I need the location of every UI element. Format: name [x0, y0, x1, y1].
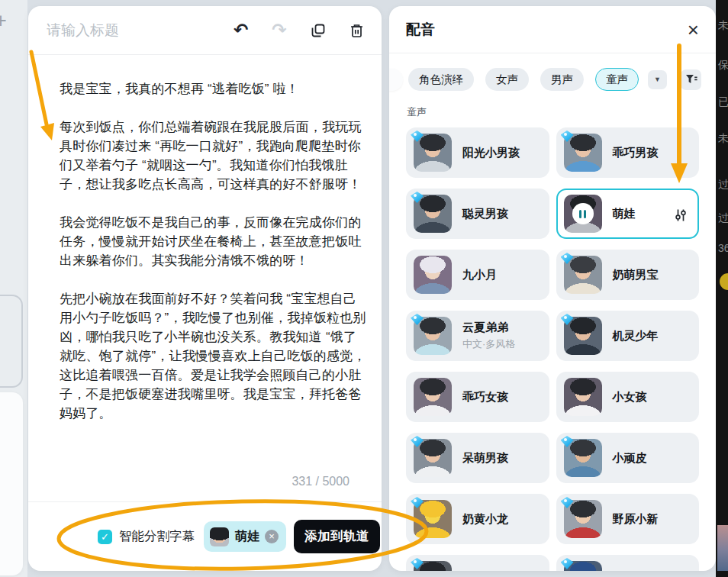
vip-diamond-icon [561, 558, 574, 569]
voice-card[interactable] [406, 555, 549, 571]
close-icon[interactable]: × [688, 20, 699, 40]
background-outline-box [0, 295, 23, 388]
text-paragraph: 先把小碗放在我面前好不好？笑着问我 “宝宝想自己用小勺子吃饭吗？”，我吃慢了也别… [60, 289, 368, 423]
char-counter: 331 / 5000 [292, 475, 350, 488]
vip-diamond-icon [561, 436, 574, 447]
voice-avatar [414, 134, 452, 172]
voice-avatar [414, 317, 452, 355]
panel-title: 配音 [406, 20, 435, 40]
voice-card-聪灵男孩[interactable]: 聪灵男孩 [406, 189, 549, 239]
voice-avatar [564, 134, 602, 172]
voice-name: 聪灵男孩 [462, 207, 508, 221]
background-white-card [0, 392, 23, 575]
voice-avatar [414, 256, 452, 294]
chevron-down-icon: ▼ [654, 76, 661, 83]
voice-card-萌娃[interactable]: 萌娃 [556, 189, 700, 239]
title-input[interactable] [47, 22, 234, 39]
add-icon[interactable]: + [0, 9, 7, 33]
voice-name: 小女孩 [613, 390, 647, 405]
editor-bottombar: ✓ 智能分割字幕 萌娃 × 添加到轨道 [28, 501, 382, 571]
add-to-track-button[interactable]: 添加到轨道 [294, 520, 380, 553]
vip-diamond-icon [411, 558, 424, 569]
background-right-strip: 未保已未过过36 [716, 0, 728, 577]
voice-card-乖巧女孩[interactable]: 乖巧女孩 [406, 372, 549, 422]
background-cutoff-label: 36 [718, 242, 728, 254]
chip-avatar [210, 527, 229, 546]
dubbing-panel: 配音 × 角色演绎女声男声童声 ▼ 童声 阳光小男孩 [389, 6, 716, 571]
background-cutoff-label: 已 [718, 95, 728, 109]
voice-avatar [414, 195, 452, 233]
voice-name: 奶黄小龙 [462, 512, 508, 527]
vip-diamond-icon [411, 314, 424, 325]
background-cutoff-label: 未 [718, 19, 728, 33]
voice-avatar [564, 256, 602, 294]
voice-subtitle: 中文·多风格 [462, 337, 515, 351]
voice-text-content[interactable]: 我是宝宝，我真的不想再 “逃着吃饭” 啦！每次到饭点，你们总端着碗跟在我屁股后面… [60, 55, 368, 442]
voice-card-机灵少年[interactable]: 机灵少年 [556, 311, 700, 361]
vip-diamond-icon [561, 131, 574, 142]
smart-split-label: 智能分割字幕 [119, 528, 195, 545]
voice-name: 乖巧男孩 [613, 146, 659, 160]
text-paragraph: 每次到饭点，你们总端着碗跟在我屁股后面，我玩玩具时你们凑过来 “再吃一口就好”，… [60, 118, 368, 194]
voice-name: 九小月 [462, 268, 497, 282]
filter-row: 角色演绎女声男声童声 ▼ [389, 67, 716, 92]
voice-card-乖巧男孩[interactable]: 乖巧男孩 [556, 127, 700, 178]
voice-name: 小顽皮 [613, 451, 647, 466]
voice-card-阳光小男孩[interactable]: 阳光小男孩 [406, 127, 549, 178]
funnel-icon [685, 74, 697, 85]
voice-avatar [564, 500, 602, 538]
selected-voice-chip[interactable]: 萌娃 × [204, 521, 286, 552]
voice-card-小顽皮[interactable]: 小顽皮 [556, 433, 700, 483]
voice-name: 云夏弟弟 [462, 321, 515, 335]
background-yellow-avatar [720, 273, 728, 290]
voice-avatar [564, 378, 602, 416]
text-paragraph: 我会觉得吃饭不是我自己的事，反而像在完成你们的任务，慢慢就开始讨厌坐在餐椅上，甚… [60, 213, 368, 270]
vip-diamond-icon [561, 314, 574, 325]
vip-diamond-icon [411, 131, 424, 142]
voice-card-野原小新[interactable]: 野原小新 [556, 494, 700, 544]
filter-pill-男声[interactable]: 男声 [540, 68, 584, 91]
voice-name: 机灵少年 [613, 329, 659, 343]
filter-more-button[interactable]: ▼ [648, 70, 667, 89]
duplicate-icon[interactable] [311, 21, 326, 40]
filter-funnel-button[interactable] [681, 69, 701, 90]
voice-card-九小月[interactable]: 九小月 [406, 250, 549, 300]
voice-name: 野原小新 [613, 512, 659, 527]
voice-card-奶黄小龙[interactable]: 奶黄小龙 [406, 494, 549, 544]
voice-name: 奶萌男宝 [613, 268, 659, 282]
filter-pill-女声[interactable]: 女声 [485, 68, 529, 91]
voice-settings-icon[interactable] [674, 208, 688, 222]
vip-diamond-icon [411, 192, 424, 203]
background-left-sidebar: + [0, 0, 27, 577]
voice-card-奶萌男宝[interactable]: 奶萌男宝 [556, 250, 700, 300]
vip-diamond-icon [411, 497, 424, 508]
background-cutoff-label: 过 [718, 211, 728, 225]
voice-avatar [414, 561, 452, 571]
text-paragraph: 我是宝宝，我真的不想再 “逃着吃饭” 啦！ [60, 79, 368, 98]
voice-grid: 阳光小男孩 乖巧男孩 [406, 127, 699, 571]
voice-card-云夏弟弟[interactable]: 云夏弟弟 中文·多风格 [406, 311, 549, 361]
section-label: 童声 [407, 105, 427, 119]
vip-diamond-icon [561, 497, 574, 508]
background-cutoff-label: 未 [718, 132, 728, 146]
background-cutoff-label: 过 [718, 178, 728, 192]
pause-icon[interactable] [572, 203, 594, 224]
filter-pill-角色演绎[interactable]: 角色演绎 [408, 68, 474, 91]
delete-icon[interactable] [350, 21, 364, 40]
voice-name: 阳光小男孩 [462, 146, 520, 160]
voice-card-小女孩[interactable]: 小女孩 [556, 372, 700, 422]
chip-remove-icon[interactable]: × [265, 530, 279, 543]
redo-icon[interactable]: ↷ [272, 21, 286, 40]
voice-card-呆萌男孩[interactable]: 呆萌男孩 [406, 433, 549, 483]
voice-avatar [564, 439, 602, 477]
voice-text-editor-panel: ↶ ↷ 我是宝宝，我真的不想再 “逃着吃饭” 啦！每次到饭点，你们总端着碗跟在我… [28, 6, 382, 571]
voice-card[interactable] [556, 555, 700, 571]
undo-icon[interactable]: ↶ [234, 21, 248, 40]
voice-name: 萌娃 [613, 207, 636, 221]
voice-avatar [414, 500, 452, 538]
voice-avatar [414, 439, 452, 477]
vip-diamond-icon [561, 253, 574, 264]
filter-pill-童声[interactable]: 童声 [595, 68, 639, 91]
smart-split-checkbox[interactable]: ✓ [98, 530, 112, 544]
dubbing-header: 配音 × [389, 6, 716, 53]
